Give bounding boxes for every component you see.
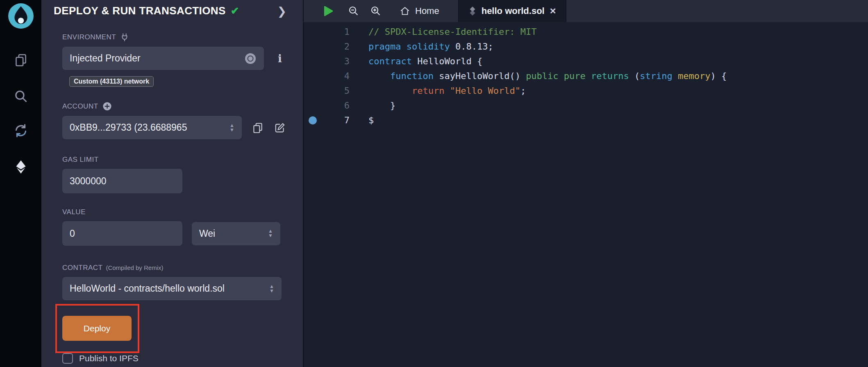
gas-limit-label: GAS LIMIT <box>62 156 303 164</box>
environment-value: Injected Provider <box>70 53 244 64</box>
close-tab-icon[interactable]: ✕ <box>550 6 557 16</box>
panel-body: ENVIRONMENT Injected Provider i Custom (… <box>41 33 303 364</box>
deploy-button[interactable]: Deploy <box>62 316 132 341</box>
edit-account-icon[interactable] <box>274 122 286 134</box>
publish-ipfs-row: Publish to IPFS <box>62 353 303 364</box>
code-line[interactable]: 5 return "Hello World"; <box>304 84 868 98</box>
account-row: 0xBB9...29733 (23.6688965 ▲▼ <box>62 116 303 139</box>
value-input[interactable] <box>62 221 182 246</box>
contract-label-row: CONTRACT (Compiled by Remix) <box>62 264 303 272</box>
copy-address-icon[interactable] <box>252 122 264 134</box>
plug-icon <box>120 33 129 42</box>
tab-file-label: hello world.sol <box>482 6 545 16</box>
remix-logo[interactable] <box>7 2 34 29</box>
panel-title: DEPLOY & RUN TRANSACTIONS <box>54 5 226 17</box>
code-line[interactable]: 7$ <box>304 113 868 128</box>
publish-ipfs-checkbox[interactable] <box>62 353 73 364</box>
run-script-icon[interactable] <box>322 5 334 17</box>
account-label-row: ACCOUNT <box>62 102 303 111</box>
line-number[interactable]: 3 <box>304 54 350 69</box>
collapse-chevron-icon[interactable]: ❯ <box>277 5 286 18</box>
remix-logo-icon <box>7 2 34 29</box>
success-check-icon: ✔ <box>231 5 239 17</box>
add-account-icon[interactable] <box>102 102 112 111</box>
environment-label: ENVIRONMENT <box>62 33 116 41</box>
code-line[interactable]: 4 function sayHelloWorld() public pure r… <box>304 69 868 84</box>
code-line[interactable]: 2pragma solidity 0.8.13; <box>304 39 868 54</box>
tab-home[interactable]: Home <box>390 0 449 22</box>
provider-icon <box>244 52 257 65</box>
contract-label: CONTRACT <box>62 264 102 272</box>
account-stepper-icon[interactable]: ▲▼ <box>229 123 234 132</box>
code-text: pragma solidity 0.8.13; <box>368 39 493 54</box>
tab-home-label: Home <box>415 6 439 16</box>
environment-select[interactable]: Injected Provider <box>62 47 264 70</box>
search-icon[interactable] <box>13 88 29 104</box>
deploy-run-panel: DEPLOY & RUN TRANSACTIONS ✔ ❯ ENVIRONMEN… <box>41 0 303 367</box>
tab-hello-world-sol[interactable]: hello world.sol ✕ <box>458 0 567 22</box>
environment-row: Injected Provider i <box>62 47 303 70</box>
solidity-file-icon <box>468 6 477 16</box>
code-text: return "Hello World"; <box>368 84 526 98</box>
line-number[interactable]: 5 <box>304 84 350 98</box>
contract-sublabel: (Compiled by Remix) <box>106 264 163 271</box>
value-row: Wei ▲▼ <box>62 221 303 246</box>
network-badge: Custom (43113) network <box>69 76 154 87</box>
value-label: VALUE <box>62 208 303 216</box>
zoom-out-icon[interactable] <box>348 5 359 17</box>
file-explorer-icon[interactable] <box>13 52 29 68</box>
contract-value: HelloWorld - contracts/hello world.sol <box>70 283 266 294</box>
environment-label-row: ENVIRONMENT <box>62 33 303 42</box>
code-text: function sayHelloWorld() public pure ret… <box>368 69 727 84</box>
zoom-in-icon[interactable] <box>370 5 382 17</box>
line-number[interactable]: 2 <box>304 39 350 54</box>
info-icon[interactable]: i <box>278 52 282 65</box>
contract-select[interactable]: HelloWorld - contracts/hello world.sol ▲… <box>62 277 282 300</box>
code-area[interactable]: 1// SPDX-License-Identifier: MIT2pragma … <box>304 22 868 367</box>
account-select[interactable]: 0xBB9...29733 (23.6688965 ▲▼ <box>62 116 242 139</box>
breakpoint-dot[interactable] <box>309 116 317 125</box>
value-unit: Wei <box>199 228 265 239</box>
publish-ipfs-label: Publish to IPFS <box>79 353 139 363</box>
home-icon <box>400 6 410 16</box>
code-lines: 1// SPDX-License-Identifier: MIT2pragma … <box>304 25 868 128</box>
code-text: $ <box>368 113 374 128</box>
account-value: 0xBB9...29733 (23.6688965 <box>70 122 226 133</box>
contract-stepper-icon[interactable]: ▲▼ <box>269 284 274 293</box>
code-text: // SPDX-License-Identifier: MIT <box>368 25 537 39</box>
code-line[interactable]: 3contract HelloWorld { <box>304 54 868 69</box>
value-unit-select[interactable]: Wei ▲▼ <box>192 222 280 245</box>
code-text: contract HelloWorld { <box>368 54 482 69</box>
line-number[interactable]: 4 <box>304 69 350 84</box>
deploy-run-icon[interactable] <box>13 159 29 174</box>
editor-toolbar: Home hello world.sol ✕ <box>304 0 868 22</box>
panel-header: DEPLOY & RUN TRANSACTIONS ✔ ❯ <box>41 0 303 21</box>
activity-bar <box>0 0 41 367</box>
code-line[interactable]: 1// SPDX-License-Identifier: MIT <box>304 25 868 39</box>
account-label: ACCOUNT <box>62 102 98 111</box>
code-text: } <box>368 98 395 113</box>
editor: Home hello world.sol ✕ 1// SPDX-License-… <box>303 0 868 367</box>
code-line[interactable]: 6 } <box>304 98 868 113</box>
line-number[interactable]: 6 <box>304 98 350 113</box>
remix-ide: DEPLOY & RUN TRANSACTIONS ✔ ❯ ENVIRONMEN… <box>0 0 868 367</box>
unit-stepper-icon[interactable]: ▲▼ <box>268 229 273 238</box>
gas-limit-input[interactable] <box>62 169 182 193</box>
line-number[interactable]: 1 <box>304 25 350 39</box>
solidity-compiler-icon[interactable] <box>13 123 29 138</box>
